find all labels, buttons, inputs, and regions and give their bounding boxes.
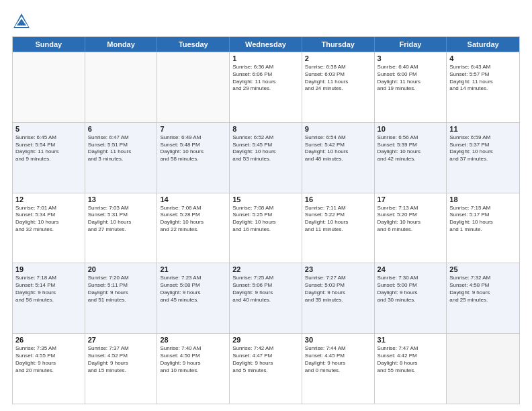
day-cell-12: 12Sunrise: 7:01 AM Sunset: 5:34 PM Dayli…: [13, 193, 85, 263]
day-cell-9: 9Sunrise: 6:54 AM Sunset: 5:42 PM Daylig…: [302, 123, 375, 193]
header: [12, 12, 520, 31]
day-number: 9: [305, 125, 371, 133]
day-header-saturday: Saturday: [447, 37, 519, 52]
day-info: Sunrise: 6:45 AM Sunset: 5:54 PM Dayligh…: [15, 134, 82, 163]
day-cell-6: 6Sunrise: 6:47 AM Sunset: 5:51 PM Daylig…: [85, 123, 158, 193]
empty-cell-w4c6: [447, 334, 519, 404]
day-number: 16: [305, 195, 371, 203]
day-cell-5: 5Sunrise: 6:45 AM Sunset: 5:54 PM Daylig…: [13, 123, 85, 193]
day-info: Sunrise: 7:47 AM Sunset: 4:42 PM Dayligh…: [378, 345, 444, 374]
day-info: Sunrise: 7:40 AM Sunset: 4:50 PM Dayligh…: [160, 345, 226, 374]
day-number: 7: [160, 125, 226, 133]
day-info: Sunrise: 7:42 AM Sunset: 4:47 PM Dayligh…: [232, 345, 299, 374]
day-cell-31: 31Sunrise: 7:47 AM Sunset: 4:42 PM Dayli…: [375, 334, 447, 404]
day-number: 1: [232, 54, 299, 62]
day-number: 25: [449, 265, 517, 273]
day-cell-13: 13Sunrise: 7:03 AM Sunset: 5:31 PM Dayli…: [85, 193, 158, 263]
day-cell-29: 29Sunrise: 7:42 AM Sunset: 4:47 PM Dayli…: [230, 334, 302, 404]
day-cell-21: 21Sunrise: 7:23 AM Sunset: 5:08 PM Dayli…: [157, 263, 230, 333]
day-info: Sunrise: 7:30 AM Sunset: 5:00 PM Dayligh…: [378, 275, 444, 304]
day-header-friday: Friday: [375, 37, 447, 52]
week-row-4: 19Sunrise: 7:18 AM Sunset: 5:14 PM Dayli…: [13, 263, 519, 333]
day-cell-27: 27Sunrise: 7:37 AM Sunset: 4:52 PM Dayli…: [85, 334, 158, 404]
day-info: Sunrise: 7:11 AM Sunset: 5:22 PM Dayligh…: [305, 205, 371, 234]
day-number: 26: [15, 336, 82, 344]
day-header-thursday: Thursday: [302, 37, 375, 52]
day-header-tuesday: Tuesday: [157, 37, 230, 52]
logo: [12, 12, 34, 31]
day-number: 21: [160, 265, 226, 273]
day-info: Sunrise: 7:20 AM Sunset: 5:11 PM Dayligh…: [88, 275, 154, 304]
day-cell-10: 10Sunrise: 6:56 AM Sunset: 5:39 PM Dayli…: [375, 123, 447, 193]
day-info: Sunrise: 6:49 AM Sunset: 5:48 PM Dayligh…: [160, 134, 226, 163]
day-info: Sunrise: 7:32 AM Sunset: 4:58 PM Dayligh…: [449, 275, 517, 304]
day-info: Sunrise: 7:01 AM Sunset: 5:34 PM Dayligh…: [15, 205, 82, 234]
day-info: Sunrise: 6:47 AM Sunset: 5:51 PM Dayligh…: [88, 134, 154, 163]
day-header-wednesday: Wednesday: [230, 37, 302, 52]
day-info: Sunrise: 7:23 AM Sunset: 5:08 PM Dayligh…: [160, 275, 226, 304]
day-cell-28: 28Sunrise: 7:40 AM Sunset: 4:50 PM Dayli…: [157, 334, 230, 404]
day-info: Sunrise: 7:35 AM Sunset: 4:55 PM Dayligh…: [15, 345, 82, 374]
day-info: Sunrise: 7:37 AM Sunset: 4:52 PM Dayligh…: [88, 345, 154, 374]
day-cell-22: 22Sunrise: 7:25 AM Sunset: 5:06 PM Dayli…: [230, 263, 302, 333]
day-info: Sunrise: 7:25 AM Sunset: 5:06 PM Dayligh…: [232, 275, 299, 304]
day-number: 8: [232, 125, 299, 133]
day-cell-23: 23Sunrise: 7:27 AM Sunset: 5:03 PM Dayli…: [302, 263, 375, 333]
day-number: 24: [378, 265, 444, 273]
day-number: 3: [378, 54, 444, 62]
day-number: 22: [232, 265, 299, 273]
week-row-2: 5Sunrise: 6:45 AM Sunset: 5:54 PM Daylig…: [13, 122, 519, 193]
day-info: Sunrise: 6:43 AM Sunset: 5:57 PM Dayligh…: [449, 64, 517, 93]
day-number: 4: [449, 54, 517, 62]
empty-cell-w0c2: [157, 52, 230, 122]
day-info: Sunrise: 6:52 AM Sunset: 5:45 PM Dayligh…: [232, 134, 299, 163]
day-number: 10: [378, 125, 444, 133]
day-number: 2: [305, 54, 371, 62]
day-cell-3: 3Sunrise: 6:40 AM Sunset: 6:00 PM Daylig…: [375, 52, 447, 122]
day-info: Sunrise: 6:38 AM Sunset: 6:03 PM Dayligh…: [305, 64, 371, 93]
day-info: Sunrise: 6:40 AM Sunset: 6:00 PM Dayligh…: [378, 64, 444, 93]
day-number: 17: [378, 195, 444, 203]
day-cell-2: 2Sunrise: 6:38 AM Sunset: 6:03 PM Daylig…: [302, 52, 375, 122]
empty-cell-w0c0: [13, 52, 85, 122]
day-info: Sunrise: 6:59 AM Sunset: 5:37 PM Dayligh…: [449, 134, 517, 163]
day-number: 23: [305, 265, 371, 273]
week-row-3: 12Sunrise: 7:01 AM Sunset: 5:34 PM Dayli…: [13, 193, 519, 263]
day-number: 28: [160, 336, 226, 344]
day-cell-26: 26Sunrise: 7:35 AM Sunset: 4:55 PM Dayli…: [13, 334, 85, 404]
day-number: 31: [378, 336, 444, 344]
day-number: 5: [15, 125, 82, 133]
day-info: Sunrise: 7:03 AM Sunset: 5:31 PM Dayligh…: [88, 205, 154, 234]
day-info: Sunrise: 6:56 AM Sunset: 5:39 PM Dayligh…: [378, 134, 444, 163]
calendar-header: SundayMondayTuesdayWednesdayThursdayFrid…: [13, 37, 519, 52]
page: SundayMondayTuesdayWednesdayThursdayFrid…: [0, 0, 532, 411]
day-cell-8: 8Sunrise: 6:52 AM Sunset: 5:45 PM Daylig…: [230, 123, 302, 193]
day-number: 6: [88, 125, 154, 133]
day-cell-24: 24Sunrise: 7:30 AM Sunset: 5:00 PM Dayli…: [375, 263, 447, 333]
day-cell-15: 15Sunrise: 7:08 AM Sunset: 5:25 PM Dayli…: [230, 193, 302, 263]
day-number: 13: [88, 195, 154, 203]
day-number: 11: [449, 125, 517, 133]
empty-cell-w0c1: [85, 52, 158, 122]
day-number: 30: [305, 336, 371, 344]
day-number: 27: [88, 336, 154, 344]
day-cell-16: 16Sunrise: 7:11 AM Sunset: 5:22 PM Dayli…: [302, 193, 375, 263]
day-number: 19: [15, 265, 82, 273]
day-cell-20: 20Sunrise: 7:20 AM Sunset: 5:11 PM Dayli…: [85, 263, 158, 333]
day-cell-1: 1Sunrise: 6:36 AM Sunset: 6:06 PM Daylig…: [230, 52, 302, 122]
calendar: SundayMondayTuesdayWednesdayThursdayFrid…: [12, 36, 520, 404]
day-info: Sunrise: 7:44 AM Sunset: 4:45 PM Dayligh…: [305, 345, 371, 374]
calendar-body: 1Sunrise: 6:36 AM Sunset: 6:06 PM Daylig…: [13, 52, 519, 404]
day-info: Sunrise: 7:15 AM Sunset: 5:17 PM Dayligh…: [449, 205, 517, 234]
day-cell-17: 17Sunrise: 7:13 AM Sunset: 5:20 PM Dayli…: [375, 193, 447, 263]
day-number: 14: [160, 195, 226, 203]
logo-icon: [12, 12, 31, 31]
day-info: Sunrise: 7:06 AM Sunset: 5:28 PM Dayligh…: [160, 205, 226, 234]
day-cell-18: 18Sunrise: 7:15 AM Sunset: 5:17 PM Dayli…: [447, 193, 519, 263]
day-number: 15: [232, 195, 299, 203]
day-header-sunday: Sunday: [13, 37, 85, 52]
day-number: 20: [88, 265, 154, 273]
day-cell-30: 30Sunrise: 7:44 AM Sunset: 4:45 PM Dayli…: [302, 334, 375, 404]
day-info: Sunrise: 7:27 AM Sunset: 5:03 PM Dayligh…: [305, 275, 371, 304]
day-cell-25: 25Sunrise: 7:32 AM Sunset: 4:58 PM Dayli…: [447, 263, 519, 333]
